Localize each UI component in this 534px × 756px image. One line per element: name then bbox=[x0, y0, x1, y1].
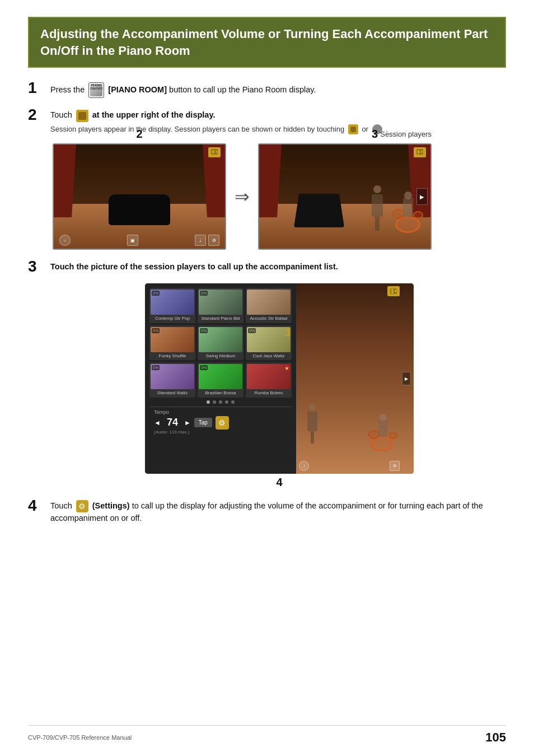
acc-dot-3 bbox=[219, 400, 222, 404]
session-player-icon bbox=[76, 110, 88, 122]
display-session-btn-2[interactable] bbox=[414, 147, 426, 157]
step-1-content: Press the PIANOON/OFF [PIANO ROOM] butto… bbox=[50, 80, 506, 98]
svg-rect-2 bbox=[216, 151, 217, 153]
bottom-icon-gear[interactable]: ⚙ bbox=[208, 235, 219, 246]
acc-thumb-acoustic bbox=[247, 290, 291, 315]
session-show-icon bbox=[348, 124, 358, 134]
acc-thumb-funky: 0% bbox=[151, 327, 194, 352]
drums-silhouette bbox=[390, 177, 426, 233]
tempo-decrease-btn[interactable]: ◄ bbox=[154, 419, 161, 427]
acc-guitar-silhouette bbox=[305, 404, 320, 443]
acc-right-bottom-icons: ♩ ⚙ bbox=[299, 461, 400, 471]
acc-label-stdpiano: Standard Piano Bld bbox=[199, 316, 242, 321]
image-label-2: 2 bbox=[136, 128, 142, 141]
piano-body-1 bbox=[109, 194, 170, 225]
acc-item-rumba[interactable]: ★ Rumba Bolero bbox=[246, 362, 292, 398]
svg-rect-5 bbox=[421, 151, 423, 153]
bottom-icon-tune[interactable]: ♩ bbox=[195, 235, 206, 246]
acc-right-icon-tune[interactable]: ♩ bbox=[299, 461, 309, 471]
step-number-3: 3 bbox=[28, 259, 50, 274]
step-3-content: Touch the picture of the session players… bbox=[50, 259, 506, 273]
piano-body-2 bbox=[294, 194, 344, 227]
step2-images-wrapper: 2 bbox=[53, 143, 506, 250]
step3-image-label: 4 bbox=[145, 476, 414, 489]
step-1: 1 Press the PIANOON/OFF [PIANO ROOM] but… bbox=[28, 80, 506, 98]
step4-settings-label: (Settings) bbox=[92, 501, 130, 510]
acc-item-stdpiano[interactable]: 0% Standard Piano Bld bbox=[198, 288, 243, 323]
arrow-icon: ⇒ bbox=[235, 186, 250, 207]
step-number-2: 2 bbox=[28, 107, 50, 123]
bottom-icons-1: ○ ▣ ♩ ⚙ bbox=[59, 235, 219, 246]
tap-button[interactable]: Tap bbox=[194, 418, 212, 427]
acc-session-icon[interactable] bbox=[387, 286, 400, 296]
display-session-btn[interactable] bbox=[208, 147, 221, 157]
acc-item-funky[interactable]: 0% Funky Shuffle bbox=[149, 325, 195, 361]
acc-label-brazil: Brazilian Bossa bbox=[199, 390, 242, 396]
acc-item-stdwaltz[interactable]: 0% Standard Waltz bbox=[149, 362, 195, 398]
settings-gear-button[interactable]: ⚙ bbox=[216, 416, 229, 430]
acc-dot-4 bbox=[225, 400, 228, 404]
piano-display-1: ○ ▣ ♩ ⚙ bbox=[53, 143, 226, 250]
acc-thumb-stdpiano: 0% bbox=[199, 290, 242, 315]
step-4-content: Touch ⚙ (Settings) to call up the displa… bbox=[50, 498, 506, 525]
acc-session-btn-svg bbox=[390, 288, 397, 295]
bottom-icon-square[interactable]: ▣ bbox=[127, 235, 138, 246]
session-btn-icon-2 bbox=[416, 148, 424, 156]
acc-item-acoustic[interactable]: Acoustic Str Ballad bbox=[246, 288, 292, 323]
acc-item-jazzy[interactable]: 0% 3 Cool Jazz Waltz bbox=[246, 325, 292, 361]
tempo-audio-note: (Audio: 119 max.) bbox=[154, 430, 287, 435]
step1-suffix: button to call up the Piano Room display… bbox=[169, 85, 316, 94]
svg-rect-1 bbox=[212, 150, 214, 153]
step-2: 2 Touch at the upper right of the displa… bbox=[28, 107, 506, 134]
guitar-player-silhouette bbox=[369, 185, 386, 227]
acc-thumb-rumba: ★ bbox=[247, 364, 291, 389]
acc-label-contemp: Contemp Gtr Pop bbox=[151, 316, 194, 321]
acc-right-icon-gear[interactable]: ⚙ bbox=[390, 461, 400, 471]
footer-text: CVP-709/CVP-705 Reference Manual bbox=[28, 734, 132, 741]
acc-label-jazzy: Cool Jazz Waltz bbox=[247, 353, 291, 359]
step2-suffix: at the upper right of the display. bbox=[92, 110, 216, 119]
step2-touch-text: Touch bbox=[50, 110, 72, 119]
acc-label-funky: Funky Shuffle bbox=[151, 353, 194, 359]
acc-thumb-brazil: 0% bbox=[199, 364, 242, 389]
acc-dot-1 bbox=[207, 400, 210, 404]
play-button-2[interactable]: ▶ bbox=[416, 188, 428, 205]
acc-item-contemp[interactable]: 0% Contemp Gtr Pop bbox=[149, 288, 195, 323]
acc-item-brazil[interactable]: 0% Brazilian Bossa bbox=[198, 362, 243, 398]
session-btn-icon bbox=[210, 148, 218, 156]
settings-icon-inline: ⚙ bbox=[76, 500, 88, 512]
step4-touch-text: Touch bbox=[50, 501, 72, 510]
footer-page-number: 105 bbox=[485, 730, 506, 745]
acc-thumb-stdwaltz: 0% bbox=[151, 364, 194, 389]
piano-room-icon: PIANOON/OFF bbox=[88, 82, 104, 98]
acc-label-stdwaltz: Standard Waltz bbox=[151, 390, 194, 396]
svg-rect-7 bbox=[391, 289, 394, 293]
step3-image-container: 0% Contemp Gtr Pop 0% Standard Piano Bld bbox=[53, 283, 506, 489]
session-players-label: Session players bbox=[380, 130, 432, 138]
step-3: 3 Touch the picture of the session playe… bbox=[28, 259, 506, 274]
tempo-increase-btn[interactable]: ► bbox=[184, 419, 191, 427]
accompaniment-panel[interactable]: 0% Contemp Gtr Pop 0% Standard Piano Bld bbox=[145, 283, 414, 474]
acc-label-acoustic: Acoustic Str Ballad bbox=[247, 316, 291, 321]
acc-left-panel: 0% Contemp Gtr Pop 0% Standard Piano Bld bbox=[145, 283, 296, 474]
acc-grid: 0% Contemp Gtr Pop 0% Standard Piano Bld bbox=[149, 288, 292, 398]
acc-label-rumba: Rumba Bolero bbox=[247, 390, 291, 396]
step-number-4: 4 bbox=[28, 498, 50, 514]
acc-right-play-btn[interactable]: ▶ bbox=[402, 372, 411, 385]
acc-drums-silhouette bbox=[366, 401, 400, 451]
acc-label-swing: Swing Medium bbox=[199, 353, 242, 359]
step1-button-label: [PIANO ROOM] bbox=[108, 85, 167, 94]
step1-press-text: Press the bbox=[50, 85, 85, 94]
acc-item-swing[interactable]: 0% Swing Medium bbox=[198, 325, 243, 361]
acc-dot-2 bbox=[213, 400, 216, 404]
acc-thumb-contemp: 0% bbox=[151, 290, 194, 315]
step-2-content: Touch at the upper right of the display.… bbox=[50, 107, 506, 134]
footer: CVP-709/CVP-705 Reference Manual 105 bbox=[28, 725, 506, 745]
page-title: Adjusting the Accompaniment Volume or Tu… bbox=[40, 26, 494, 59]
tempo-value: 74 bbox=[164, 417, 181, 428]
acc-right-panel: ▶ ♩ ⚙ bbox=[296, 283, 414, 474]
page-header: Adjusting the Accompaniment Volume or Tu… bbox=[28, 17, 506, 68]
step2-subtext: Session players appear in the display. S… bbox=[50, 125, 344, 133]
bottom-icon-circle[interactable]: ○ bbox=[59, 235, 71, 246]
tempo-label: Tempo bbox=[154, 409, 287, 415]
